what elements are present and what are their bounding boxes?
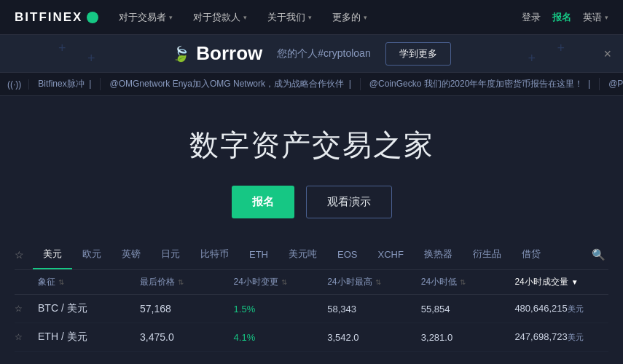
promo-banner: + + + + 🍃 Borrow 您的个人#cryptoloan 学到更多 ×	[0, 35, 623, 73]
hero-register-button[interactable]: 报名	[232, 186, 294, 218]
chevron-down-icon: ▾	[169, 14, 173, 21]
row-symbol-btc[interactable]: BTC / 美元	[38, 302, 140, 315]
ticker-item-1: @OMGnetwork Enya加入OMG Network，成为战略合作伙伴 |	[101, 78, 360, 90]
chevron-down-icon: ▾	[308, 14, 312, 21]
row-low-btc: 55,854	[421, 304, 515, 314]
nav-traders[interactable]: 对于交易者 ▾	[119, 11, 173, 24]
row-symbol-eth[interactable]: ETH / 美元	[38, 331, 140, 344]
row-change-btc: 1.5%	[234, 304, 328, 314]
decoration-plus-tl: +	[58, 41, 66, 56]
login-button[interactable]: 登录	[522, 11, 541, 24]
ticker-tape: ((·)) Bitfinex脉冲 | @OMGnetwork Enya加入OMG…	[0, 73, 623, 96]
table-header: 象征 ⇅ 最后价格 ⇅ 24小时变更 ⇅ 24小时最高 ⇅ 24小时低 ⇅ 24…	[15, 270, 608, 295]
tab-lending[interactable]: 借贷	[512, 240, 551, 269]
borrow-label: 🍃 Borrow	[172, 42, 262, 65]
col-price-header: 最后价格 ⇅	[140, 276, 234, 288]
ticker-item-2: @CoinGecko 我们的2020年年度加密货币报告在这里！ |	[361, 78, 600, 90]
col-low-header: 24小时低 ⇅	[421, 276, 515, 288]
header: BITFINEX 对于交易者 ▾ 对于贷款人 ▾ 关于我们 ▾ 更多的 ▾ 登录…	[0, 0, 623, 35]
search-icon[interactable]: 🔍	[589, 241, 608, 269]
row-high-btc: 58,343	[327, 304, 421, 314]
hero-section: 数字资产交易之家 报名 观看演示	[0, 96, 623, 240]
header-left: BITFINEX 对于交易者 ▾ 对于贷款人 ▾ 关于我们 ▾ 更多的 ▾	[15, 10, 367, 25]
col-volume-header: 24小时成交量 ▼	[514, 276, 608, 288]
tab-eos[interactable]: EOS	[327, 242, 367, 269]
tab-xchf[interactable]: XCHF	[367, 242, 413, 269]
row-price-btc: 57,168	[140, 303, 234, 314]
row-change-eth: 4.1%	[234, 332, 328, 343]
ticker-item-0: Bitfinex脉冲 |	[29, 78, 101, 90]
promo-content: 🍃 Borrow 您的个人#cryptoloan 学到更多	[172, 42, 450, 66]
nav-more[interactable]: 更多的 ▾	[332, 11, 367, 24]
register-button[interactable]: 报名	[552, 11, 571, 24]
logo-text: BITFINEX	[15, 10, 82, 25]
favorite-star-icon[interactable]: ☆	[15, 242, 33, 268]
hero-title: 数字资产交易之家	[189, 125, 434, 165]
market-section: ☆ 美元 欧元 英镑 日元 比特币 ETH 美元吨 EOS XCHF 换热器 衍…	[0, 240, 623, 352]
learn-more-button[interactable]: 学到更多	[385, 42, 451, 66]
decoration-plus-tr: +	[557, 41, 565, 56]
chevron-down-icon: ▾	[243, 14, 247, 21]
col-star-header	[15, 276, 38, 288]
col-high-header: 24小时最高 ⇅	[327, 276, 421, 288]
chevron-down-icon: ▾	[364, 14, 367, 21]
tab-eth[interactable]: ETH	[239, 242, 278, 269]
table-row: ☆ ETH / 美元 3,475.0 4.1% 3,542.0 3,281.0 …	[15, 323, 608, 352]
row-volume-eth: 247,698,723美元	[514, 331, 608, 343]
hero-buttons: 报名 观看演示	[232, 186, 392, 218]
logo: BITFINEX	[15, 10, 98, 25]
logo-icon	[87, 12, 98, 23]
tab-exchange[interactable]: 换热器	[414, 240, 463, 269]
row-high-eth: 3,542.0	[327, 332, 421, 343]
tab-eur[interactable]: 欧元	[72, 240, 111, 269]
language-selector[interactable]: 英语 ▾	[583, 11, 608, 24]
market-tabs: ☆ 美元 欧元 英镑 日元 比特币 ETH 美元吨 EOS XCHF 换热器 衍…	[15, 240, 608, 270]
tab-jpy[interactable]: 日元	[151, 240, 190, 269]
nav-about[interactable]: 关于我们 ▾	[267, 11, 312, 24]
col-symbol-header: 象征 ⇅	[38, 276, 140, 288]
row-star-eth[interactable]: ☆	[15, 332, 38, 342]
borrow-icon: 🍃	[172, 45, 190, 63]
tab-usd[interactable]: 美元	[33, 240, 72, 269]
hero-demo-button[interactable]: 观看演示	[306, 186, 392, 218]
row-star-btc[interactable]: ☆	[15, 304, 38, 314]
decoration-plus-br: +	[528, 51, 536, 66]
tab-gbp[interactable]: 英镑	[111, 240, 151, 269]
tab-derivatives[interactable]: 衍生品	[463, 240, 512, 269]
sort-icon-high[interactable]: ⇅	[375, 278, 381, 286]
nav-lenders[interactable]: 对于贷款人 ▾	[193, 11, 247, 24]
close-banner-button[interactable]: ×	[603, 46, 611, 61]
row-low-eth: 3,281.0	[421, 332, 515, 343]
tab-btc[interactable]: 比特币	[190, 240, 239, 269]
sort-icon-change[interactable]: ⇅	[281, 278, 287, 286]
sort-icon-price[interactable]: ⇅	[178, 278, 184, 286]
sort-icon-symbol[interactable]: ⇅	[58, 278, 64, 286]
decoration-plus-bl: +	[87, 51, 95, 66]
promo-subtitle: 您的个人#cryptoloan	[277, 47, 370, 60]
row-volume-btc: 480,646,215美元	[514, 303, 608, 314]
chevron-down-icon: ▾	[605, 14, 608, 21]
col-change-header: 24小时变更 ⇅	[234, 276, 328, 288]
ticker-wifi-icon: ((·))	[0, 79, 29, 90]
tab-udt[interactable]: 美元吨	[278, 240, 327, 269]
row-price-eth: 3,475.0	[140, 331, 234, 343]
sort-icon-low[interactable]: ⇅	[460, 278, 466, 286]
header-right: 登录 报名 英语 ▾	[522, 11, 608, 24]
ticker-item-3: @Plutus PLIP | Pluton流动	[600, 78, 623, 90]
table-row: ☆ BTC / 美元 57,168 1.5% 58,343 55,854 480…	[15, 295, 608, 323]
sort-icon-volume[interactable]: ▼	[571, 278, 579, 286]
